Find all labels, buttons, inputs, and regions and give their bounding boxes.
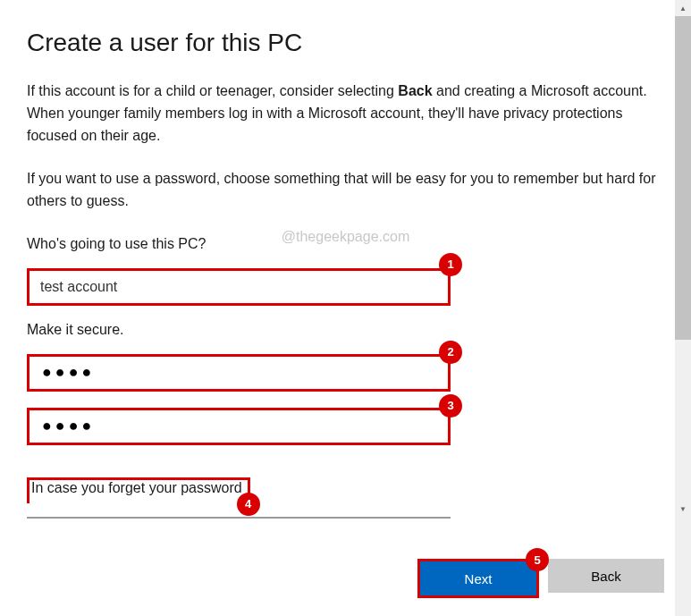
intro-paragraph-2: If you want to use a password, choose so… bbox=[27, 168, 664, 213]
badge-4: 4 bbox=[237, 493, 260, 516]
forgot-highlight: In case you forget your password 4 bbox=[27, 477, 250, 503]
page-title: Create a user for this PC bbox=[27, 29, 664, 57]
forgot-label: In case you forget your password bbox=[31, 480, 242, 496]
badge-2: 2 bbox=[439, 341, 462, 364]
password-highlight: ●●●● bbox=[27, 354, 451, 392]
next-button[interactable]: Next bbox=[420, 561, 536, 595]
secure-label: Make it secure. bbox=[27, 322, 664, 338]
next-highlight: Next 5 bbox=[417, 559, 539, 598]
scrollbar-thumb[interactable] bbox=[675, 16, 691, 340]
who-label: Who's going to use this PC? bbox=[27, 236, 664, 252]
username-input[interactable] bbox=[29, 271, 448, 303]
badge-5: 5 bbox=[526, 548, 549, 571]
badge-1: 1 bbox=[439, 253, 462, 276]
security-question-input-top-border bbox=[27, 517, 451, 519]
badge-3: 3 bbox=[439, 394, 462, 418]
intro-text-bold: Back bbox=[398, 83, 432, 98]
scrollbar[interactable]: ▲ ▼ bbox=[675, 0, 691, 616]
footer-buttons: Next 5 Back bbox=[417, 559, 664, 598]
intro-paragraph-1: If this account is for a child or teenag… bbox=[27, 80, 664, 147]
scrollbar-up-arrow[interactable]: ▲ bbox=[675, 0, 691, 16]
back-button[interactable]: Back bbox=[548, 559, 664, 593]
confirm-password-input[interactable]: ●●●● bbox=[29, 410, 448, 443]
main-content: Create a user for this PC If this accoun… bbox=[0, 0, 691, 503]
intro-text-before: If this account is for a child or teenag… bbox=[27, 83, 398, 98]
username-highlight bbox=[27, 268, 451, 306]
password-input[interactable]: ●●●● bbox=[29, 357, 448, 389]
confirm-password-highlight: ●●●● bbox=[27, 408, 451, 445]
scrollbar-down-arrow[interactable]: ▼ bbox=[675, 501, 691, 517]
